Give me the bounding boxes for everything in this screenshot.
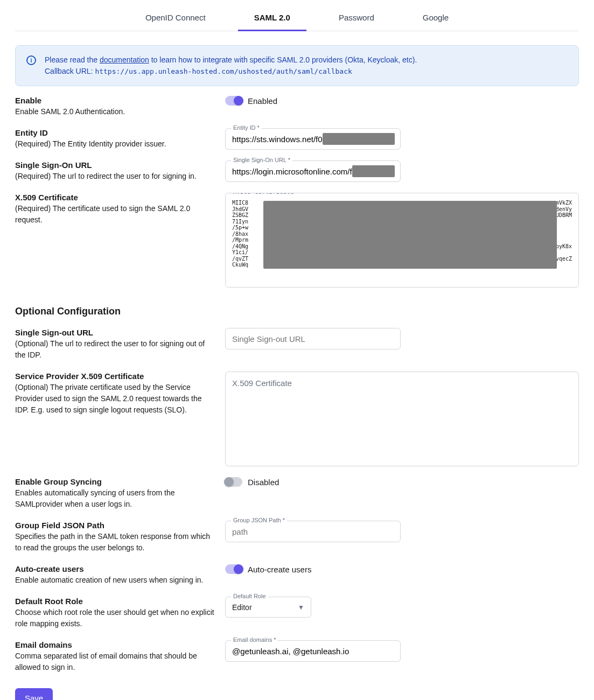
optional-config-title: Optional Configuration	[15, 306, 579, 317]
redaction-block	[263, 201, 557, 269]
redaction-block	[323, 133, 395, 145]
entity-id-title: Entity ID	[15, 128, 214, 137]
slo-title: Single Sign-out URL	[15, 328, 214, 337]
auto-create-desc: Enable automatic creation of new users w…	[15, 575, 214, 586]
slo-url-input[interactable]	[232, 334, 394, 344]
default-role-value: Editor	[232, 603, 252, 612]
tab-openid-connect[interactable]: OpenID Connect	[145, 9, 206, 31]
sso-url-desc: (Required) The url to redirect the user …	[15, 171, 214, 182]
group-path-field: Group JSON Path *	[225, 521, 401, 542]
default-role-title: Default Root Role	[15, 597, 214, 606]
x509-desc: (Required) The certificate used to sign …	[15, 203, 214, 226]
group-path-float-label: Group JSON Path *	[231, 517, 287, 523]
info-banner: i Please read the documentation to learn…	[15, 45, 579, 86]
auto-create-toggle-label: Auto-create users	[248, 565, 311, 574]
info-icon: i	[26, 55, 36, 65]
x509-cert-left: MIIC8 JhdGV ZSBGZ 71Iyn /5p+w /8hax /Mpr…	[232, 200, 248, 268]
sp-cert-placeholder: X.509 Certificate	[232, 379, 292, 388]
sso-url-float-label: Single Sign-On URL *	[231, 157, 292, 163]
tab-password[interactable]: Password	[339, 9, 374, 31]
enable-desc: Enable SAML 2.0 Authentication.	[15, 106, 214, 117]
default-role-select[interactable]: Default Role Editor ▼	[225, 597, 311, 618]
email-domains-desc: Comma separated list of email domains th…	[15, 650, 214, 673]
group-sync-toggle-label: Disabled	[248, 478, 279, 487]
enable-title: Enable	[15, 96, 214, 105]
sso-url-title: Single Sign-On URL	[15, 160, 214, 170]
auto-create-title: Auto-create users	[15, 564, 214, 573]
x509-cert-right: mVkZX BenVy UDBRM pyK8x vqecZ	[556, 200, 572, 268]
email-domains-field: Email domains *	[225, 640, 401, 662]
entity-id-field: Entity ID *	[225, 128, 401, 150]
tab-google[interactable]: Google	[423, 9, 449, 31]
slo-url-field	[225, 328, 401, 349]
group-path-title: Group Field JSON Path	[15, 521, 214, 530]
x509-float-label: X.509 Certificate *	[231, 193, 303, 196]
group-sync-toggle[interactable]	[225, 477, 242, 487]
tabs: OpenID Connect SAML 2.0 Password Google	[15, 0, 579, 31]
group-path-desc: Specifies the path in the SAML token res…	[15, 531, 214, 554]
chevron-down-icon: ▼	[298, 604, 304, 611]
email-domains-title: Email domains	[15, 640, 214, 649]
enable-toggle-label: Enabled	[248, 96, 277, 106]
callback-label: Callback URL:	[45, 67, 95, 75]
banner-text-suffix: to learn how to integrate with specific …	[149, 55, 417, 64]
sp-cert-field[interactable]: X.509 Certificate	[225, 372, 579, 466]
tab-saml[interactable]: SAML 2.0	[254, 9, 290, 31]
documentation-link[interactable]: documentation	[100, 55, 149, 64]
default-role-desc: Choose which root role the user should g…	[15, 607, 214, 629]
email-domains-float-label: Email domains *	[231, 636, 278, 643]
entity-id-float-label: Entity ID *	[231, 124, 262, 131]
save-button[interactable]: Save	[15, 688, 53, 700]
group-path-input[interactable]	[232, 527, 394, 536]
banner-text-prefix: Please read the	[45, 55, 100, 64]
redaction-block	[352, 165, 395, 177]
group-sync-desc: Enables automatically syncing of users f…	[15, 487, 214, 510]
entity-id-desc: (Required) The Entity Identity provider …	[15, 138, 214, 150]
enable-toggle[interactable]	[225, 96, 242, 106]
x509-title: X.509 Certificate	[15, 193, 214, 202]
x509-certificate-field[interactable]: X.509 Certificate * MIIC8 JhdGV ZSBGZ 71…	[225, 193, 579, 288]
default-role-float-label: Default Role	[231, 593, 268, 599]
sp-cert-desc: (Optional) The private certificate used …	[15, 382, 214, 416]
email-domains-input[interactable]	[232, 647, 394, 656]
callback-url: https://us.app.unleash-hosted.com/ushost…	[95, 67, 352, 75]
slo-desc: (Optional) The url to redirect the user …	[15, 338, 214, 361]
sso-url-field: Single Sign-On URL *	[225, 160, 401, 182]
sp-cert-title: Service Provider X.509 Certificate	[15, 372, 214, 381]
auto-create-toggle[interactable]	[225, 564, 242, 574]
group-sync-title: Enable Group Syncing	[15, 477, 214, 486]
